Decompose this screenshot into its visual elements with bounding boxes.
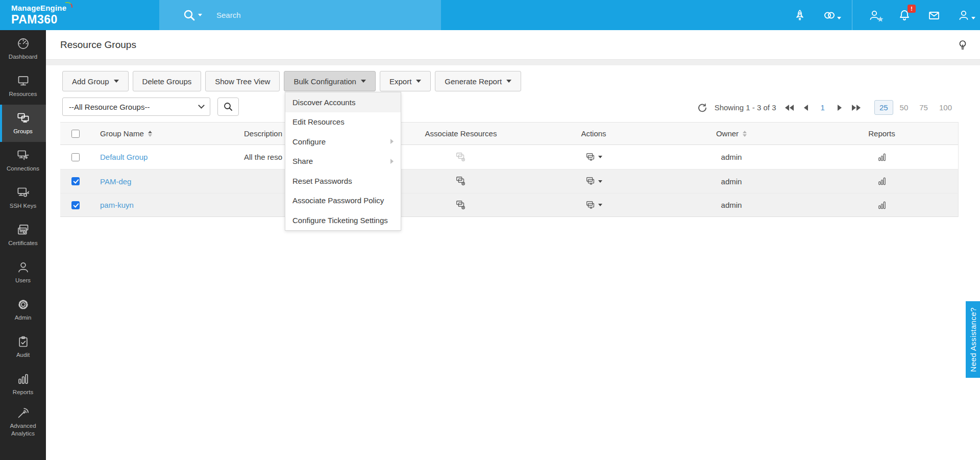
reports-icon[interactable] (877, 152, 887, 162)
app-header: ManageEngine PAM360 (0, 0, 980, 30)
sort-icon[interactable] (148, 131, 152, 137)
row-checkbox[interactable] (71, 201, 80, 209)
brand-pam360: PAM360 (11, 13, 66, 27)
help-lightbulb-icon[interactable] (957, 39, 969, 51)
filter-selected-value: --All Resource Groups-- (69, 103, 150, 111)
button-label: Bulk Configuration (293, 77, 356, 86)
page-title: Resource Groups (60, 39, 136, 51)
reports-icon[interactable] (877, 176, 887, 186)
menu-item-label: Edit Resources (292, 117, 345, 126)
search-input[interactable] (216, 11, 370, 19)
actions-menu-icon[interactable] (585, 200, 602, 211)
row-checkbox[interactable] (71, 177, 80, 185)
user-account-icon[interactable] (957, 8, 971, 22)
show-tree-view-button[interactable]: Show Tree View (205, 71, 280, 91)
associate-resources-icon[interactable] (455, 152, 467, 163)
column-header-description: Description (244, 129, 282, 138)
refresh-icon[interactable] (697, 103, 707, 113)
group-name-link[interactable]: Default Group (100, 153, 148, 161)
actions-menu-icon[interactable] (585, 152, 602, 163)
resource-group-filter-select[interactable]: --All Resource Groups-- (62, 98, 210, 116)
associate-resources-icon[interactable] (455, 176, 467, 187)
quick-links-caret-icon (837, 17, 841, 19)
page-size-25[interactable]: 25 (874, 100, 893, 115)
menu-item-reset-passwords[interactable]: Reset Passwords (285, 171, 401, 191)
menu-item-share[interactable]: Share (285, 152, 401, 172)
sidebar-item-dashboard[interactable]: Dashboard (0, 30, 46, 67)
filter-row: --All Resource Groups-- (62, 98, 239, 116)
page-size-75[interactable]: 75 (915, 101, 933, 114)
menu-item-discover-accounts[interactable]: Discover Accounts (285, 92, 401, 112)
notifications-bell-icon[interactable]: ! (897, 8, 912, 22)
sidebar-item-reports[interactable]: Reports (0, 366, 46, 403)
main-content: Add Group Delete Groups Show Tree View B… (46, 65, 980, 460)
table-row-default-group: Default Group All the reso admin (60, 145, 958, 169)
menu-item-label: Reset Passwords (292, 177, 352, 185)
caret-down-icon (361, 80, 366, 83)
search-icon[interactable] (183, 9, 196, 22)
sidebar-item-label: Users (15, 277, 31, 284)
whats-new-rocket-icon[interactable] (793, 8, 807, 22)
export-button[interactable]: Export (380, 71, 431, 91)
select-all-checkbox[interactable] (71, 130, 80, 138)
page-size-50[interactable]: 50 (895, 101, 913, 114)
global-search-bar[interactable] (159, 0, 441, 30)
need-assistance-tab[interactable]: Need Assistance? (966, 301, 980, 378)
brand-manageengine: ManageEngine (11, 4, 66, 12)
add-group-button[interactable]: Add Group (62, 71, 129, 91)
menu-item-label: Discover Accounts (292, 98, 355, 107)
menu-item-label: Share (292, 157, 313, 165)
mail-icon[interactable] (927, 8, 941, 22)
sidebar-nav: Dashboard Resources Groups Connections S… (0, 30, 46, 460)
sidebar-item-label: Resources (9, 90, 37, 98)
menu-item-edit-resources[interactable]: Edit Resources (285, 112, 401, 132)
last-page-button[interactable] (850, 103, 862, 112)
favorites-user-icon[interactable] (868, 8, 882, 22)
sidebar-item-resources[interactable]: Resources (0, 67, 46, 105)
analytics-signal-icon (16, 406, 30, 420)
caret-down-icon (598, 204, 602, 206)
sidebar-item-users[interactable]: Users (0, 254, 46, 291)
menu-item-associate-password-policy[interactable]: Associate Password Policy (285, 191, 401, 211)
first-page-button[interactable] (783, 103, 795, 112)
generate-report-button[interactable]: Generate Report (435, 71, 521, 91)
certificate-icon (16, 223, 30, 237)
menu-item-configure[interactable]: Configure (285, 132, 401, 152)
sidebar-item-label: Dashboard (9, 53, 37, 60)
row-checkbox[interactable] (71, 153, 80, 161)
prev-page-button[interactable] (802, 103, 810, 112)
sidebar-item-admin[interactable]: Admin (0, 291, 46, 328)
quick-links-icon[interactable] (822, 8, 837, 22)
remote-connection-icon (16, 149, 30, 162)
delete-groups-button[interactable]: Delete Groups (133, 71, 202, 91)
sidebar-item-ssh-keys[interactable]: SSH Keys (0, 179, 46, 216)
sidebar-item-certificates[interactable]: Certificates (0, 216, 46, 254)
sidebar-item-audit[interactable]: Audit (0, 328, 46, 366)
sidebar-item-connections[interactable]: Connections (0, 142, 46, 179)
reports-icon[interactable] (877, 200, 887, 210)
column-header-actions: Actions (581, 129, 606, 138)
sidebar-item-label: Connections (7, 165, 39, 172)
dashboard-gauge-icon (16, 37, 30, 51)
group-name-link[interactable]: pam-kuyn (100, 201, 134, 209)
chevron-down-icon (198, 102, 205, 109)
button-label: Delete Groups (142, 77, 192, 86)
current-page-number[interactable]: 1 (817, 103, 829, 112)
filter-search-button[interactable] (217, 98, 239, 116)
bulk-configuration-button[interactable]: Bulk Configuration (284, 71, 376, 91)
column-header-associate-resources: Associate Resources (425, 129, 497, 138)
owner-value: admin (657, 177, 805, 186)
sort-icon[interactable] (743, 131, 747, 137)
search-scope-caret-icon[interactable] (198, 14, 202, 16)
caret-down-icon (598, 156, 602, 158)
column-header-owner[interactable]: Owner (716, 129, 739, 138)
sidebar-item-advanced-analytics[interactable]: Advanced Analytics (0, 403, 46, 440)
next-page-button[interactable] (836, 103, 843, 112)
page-size-100[interactable]: 100 (935, 101, 957, 114)
actions-menu-icon[interactable] (585, 176, 602, 187)
group-name-link[interactable]: PAM-deg (100, 177, 131, 186)
associate-resources-icon[interactable] (455, 200, 467, 211)
menu-item-configure-ticketing-settings[interactable]: Configure Ticketing Settings (285, 210, 401, 230)
sidebar-item-groups[interactable]: Groups (0, 105, 46, 142)
column-header-group-name[interactable]: Group Name (100, 129, 144, 138)
